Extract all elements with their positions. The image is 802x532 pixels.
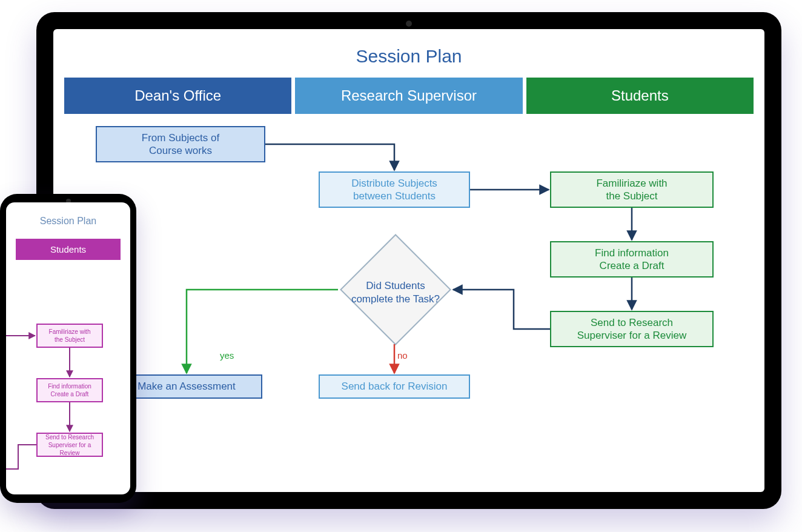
phone-device: Session Plan Students Familiriaze withth… <box>0 194 136 503</box>
phone-lane-students: Students <box>16 239 121 260</box>
node-decision-label: Did Studentscomplete the Task? <box>326 279 465 306</box>
node-revision: Send back for Revision <box>319 374 470 399</box>
phone-node-find-info: Find informationCreate a Draft <box>36 378 103 402</box>
phone-node-send-review: Send to ResearchSuperviser for a Review <box>36 433 103 457</box>
lane-students: Students <box>526 78 754 114</box>
node-familiarize: Familiriaze withthe Subject <box>550 171 714 208</box>
node-distribute: Distribute Subjectsbetween Students <box>319 171 470 208</box>
phone-screen: Session Plan Students Familiriaze withth… <box>6 202 130 494</box>
node-from-subjects: From Subjects ofCourse works <box>96 126 265 162</box>
edge-label-no: no <box>397 350 408 361</box>
node-send-review: Send to ResearchSuperviser for a Review <box>550 311 714 347</box>
diagram-title: Session Plan <box>53 46 764 67</box>
lane-research-supervisor: Research Supervisor <box>295 78 522 114</box>
edge-label-yes: yes <box>220 350 234 361</box>
phone-node-familiarize: Familiriaze withthe Subject <box>36 324 103 348</box>
swimlane-headers: Dean's Office Research Supervisor Studen… <box>64 78 754 114</box>
phone-diagram-title: Session Plan <box>6 216 130 227</box>
lane-dean-office: Dean's Office <box>64 78 291 114</box>
node-find-info: Find informationCreate a Draft <box>550 241 714 278</box>
tablet-camera-icon <box>406 21 412 27</box>
tablet-screen: Session Plan Dean's Office Research Supe… <box>53 29 764 492</box>
tablet-device: Session Plan Dean's Office Research Supe… <box>36 12 781 509</box>
